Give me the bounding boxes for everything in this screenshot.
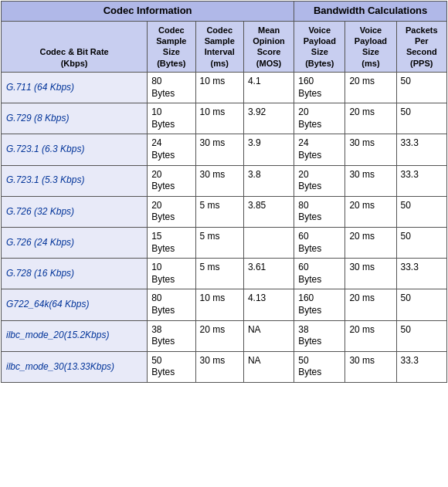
sample-interval-cell: 30 ms: [195, 351, 243, 382]
sample-interval-cell: 30 ms: [195, 165, 243, 196]
col-header-sample-interval: Codec Sample Interval (ms): [195, 21, 243, 72]
pps-cell: 50: [396, 103, 446, 134]
mos-cell: 3.61: [243, 259, 294, 289]
col-header-mos: Mean Opinion Score (MOS): [243, 21, 294, 72]
sample-interval-cell: 5 ms: [195, 228, 243, 259]
sample-size-cell: 10 Bytes: [148, 103, 195, 134]
pps-cell: 50: [396, 289, 446, 320]
vp-bytes-cell: 60 Bytes: [294, 228, 345, 259]
mos-cell: 3.92: [243, 103, 294, 134]
vp-bytes-cell: 50 Bytes: [294, 351, 345, 382]
vp-bytes-cell: 20 Bytes: [294, 103, 345, 134]
vp-bytes-cell: 60 Bytes: [294, 259, 345, 289]
sample-interval-cell: 5 ms: [195, 259, 243, 289]
sample-interval-cell: 30 ms: [195, 134, 243, 165]
vp-bytes-cell: 80 Bytes: [294, 196, 345, 227]
mos-cell: 3.9: [243, 134, 294, 165]
codec-name-cell: G.728 (16 Kbps): [2, 259, 148, 289]
pps-cell: 33.3: [396, 165, 446, 196]
codec-name-cell: G.711 (64 Kbps): [2, 73, 148, 103]
col-header-vp-ms: Voice Payload Size (ms): [345, 21, 396, 72]
vp-bytes-cell: 160 Bytes: [294, 73, 345, 103]
sample-size-cell: 80 Bytes: [148, 289, 195, 320]
codec-name-cell: ilbc_mode_30(13.33Kbps): [2, 351, 148, 382]
vp-ms-cell: 30 ms: [345, 134, 396, 165]
codec-name-cell: G.723.1 (5.3 Kbps): [2, 165, 148, 196]
section-bandwidth-header: Bandwidth Calculations: [294, 2, 447, 22]
col-header-vp-bytes: Voice Payload Size (Bytes): [294, 21, 345, 72]
vp-ms-cell: 20 ms: [345, 73, 396, 103]
pps-cell: 50: [396, 228, 446, 259]
vp-ms-cell: 30 ms: [345, 259, 396, 289]
pps-cell: 33.3: [396, 259, 446, 289]
vp-ms-cell: 20 ms: [345, 289, 396, 320]
sample-interval-cell: 10 ms: [195, 103, 243, 134]
col-header-pps: Packets Per Second (PPS): [396, 21, 446, 72]
mos-cell: NA: [243, 351, 294, 382]
sample-size-cell: 50 Bytes: [148, 351, 195, 382]
codec-name-cell: G722_64k(64 Kbps): [2, 289, 148, 320]
pps-cell: 50: [396, 73, 446, 103]
sample-size-cell: 10 Bytes: [148, 259, 195, 289]
sample-size-cell: 20 Bytes: [148, 165, 195, 196]
mos-cell: 3.8: [243, 165, 294, 196]
col-header-sample-size: Codec Sample Size (Bytes): [148, 21, 195, 72]
pps-cell: 50: [396, 320, 446, 351]
vp-ms-cell: 20 ms: [345, 320, 396, 351]
vp-bytes-cell: 38 Bytes: [294, 320, 345, 351]
col-header-codec: Codec & Bit Rate (Kbps): [2, 21, 148, 72]
mos-cell: NA: [243, 320, 294, 351]
vp-ms-cell: 30 ms: [345, 165, 396, 196]
mos-cell: 4.13: [243, 289, 294, 320]
mos-cell: 4.1: [243, 73, 294, 103]
sample-size-cell: 80 Bytes: [148, 73, 195, 103]
sample-size-cell: 15 Bytes: [148, 228, 195, 259]
mos-cell: 3.85: [243, 196, 294, 227]
mos-cell: [243, 228, 294, 259]
vp-ms-cell: 30 ms: [345, 351, 396, 382]
codec-bandwidth-table: Codec Information Bandwidth Calculations…: [1, 1, 447, 383]
sample-size-cell: 20 Bytes: [148, 196, 195, 227]
sample-interval-cell: 20 ms: [195, 320, 243, 351]
vp-ms-cell: 20 ms: [345, 196, 396, 227]
vp-bytes-cell: 160 Bytes: [294, 289, 345, 320]
sample-size-cell: 38 Bytes: [148, 320, 195, 351]
vp-ms-cell: 20 ms: [345, 103, 396, 134]
sample-size-cell: 24 Bytes: [148, 134, 195, 165]
vp-bytes-cell: 24 Bytes: [294, 134, 345, 165]
pps-cell: 50: [396, 196, 446, 227]
codec-name-cell: G.726 (24 Kbps): [2, 228, 148, 259]
section-codec-header: Codec Information: [2, 2, 294, 22]
codec-name-cell: G.729 (8 Kbps): [2, 103, 148, 134]
pps-cell: 33.3: [396, 351, 446, 382]
sample-interval-cell: 10 ms: [195, 73, 243, 103]
codec-name-cell: G.726 (32 Kbps): [2, 196, 148, 227]
sample-interval-cell: 5 ms: [195, 196, 243, 227]
pps-cell: 33.3: [396, 134, 446, 165]
vp-bytes-cell: 20 Bytes: [294, 165, 345, 196]
codec-name-cell: G.723.1 (6.3 Kbps): [2, 134, 148, 165]
vp-ms-cell: 20 ms: [345, 228, 396, 259]
sample-interval-cell: 10 ms: [195, 289, 243, 320]
codec-name-cell: ilbc_mode_20(15.2Kbps): [2, 320, 148, 351]
